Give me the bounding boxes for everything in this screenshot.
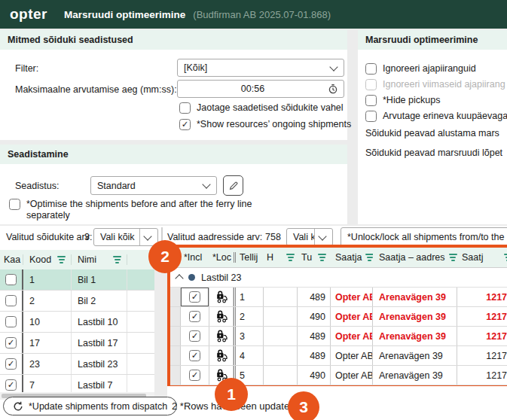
table-row[interactable]: 4 489 Opter AB Arenavägen 39 12177 xyxy=(170,346,507,366)
column-header-tu[interactable]: Tu xyxy=(298,252,331,263)
cell-zip: 12177 xyxy=(457,366,507,385)
cell-tu: 490 xyxy=(298,307,331,326)
multi-vehicle-panel-title: Mitmed sõiduki seadistused xyxy=(0,30,347,50)
cell-address: Arenavägen 39 xyxy=(373,366,457,385)
cell-tu: 489 xyxy=(298,346,331,365)
window-title: Marsruudi optimeerimine xyxy=(64,9,185,20)
group-row[interactable]: Lastbil 23 xyxy=(170,268,507,288)
filter-icon[interactable] xyxy=(504,254,507,261)
edit-preset-button[interactable] xyxy=(223,175,243,196)
ignore-time-limits-checkbox[interactable]: Ignoreeri ajapiiranguid xyxy=(365,63,476,75)
cell-zip: 12177 xyxy=(457,307,507,326)
filter-dropdown[interactable]: [Kõik] xyxy=(177,59,344,77)
update-shipments-label: *Update shipments from dispatch xyxy=(29,401,167,412)
checkbox-unchecked xyxy=(365,95,377,106)
different-date-checkbox[interactable]: Arvutage erineva kuupäevaga xyxy=(365,111,507,122)
column-header-loc[interactable]: *Loc xyxy=(209,252,234,263)
column-header-incl[interactable]: *Incl xyxy=(181,252,209,263)
collapse-icon[interactable] xyxy=(175,274,183,282)
update-shipments-button[interactable]: *Update shipments from dispatch xyxy=(3,397,177,415)
row-checkbox[interactable] xyxy=(5,274,17,285)
checkbox-unchecked xyxy=(365,111,377,122)
column-header-saatja2[interactable]: Saatj xyxy=(457,252,507,263)
column-header-kaasa[interactable]: Kaa xyxy=(0,254,23,265)
split-shipments-checkbox[interactable]: Jaotage saadetised sõidukite vahel xyxy=(179,102,344,114)
include-checkbox[interactable] xyxy=(189,350,200,361)
table-row[interactable]: 1 Bil 1 xyxy=(0,269,154,291)
checkbox-disabled xyxy=(365,79,377,90)
column-header-nimi-label: Nimi xyxy=(78,254,96,265)
table-row[interactable]: 23 Lastbil 23 xyxy=(0,354,154,375)
table-row[interactable]: 3 489 Opter AB Arenavägen 39 12177 xyxy=(170,327,507,346)
column-header-tellija-label: Tellij xyxy=(240,252,258,263)
column-header-nimi[interactable]: Nimi xyxy=(72,254,127,265)
filter-icon[interactable] xyxy=(365,254,373,261)
vehicles-end-label: Sõidukid peavad marsruudi lõpet xyxy=(365,148,502,158)
include-checkbox[interactable] xyxy=(189,370,200,381)
table-row[interactable]: 2 Bil 2 xyxy=(0,291,154,312)
checkbox-unchecked xyxy=(9,199,20,210)
row-checkbox[interactable] xyxy=(5,316,17,327)
cell-sender: Opter AB xyxy=(331,307,373,326)
table-row[interactable]: 2 490 Opter AB Arenavägen 39 12177 xyxy=(170,307,507,327)
filter-icon[interactable] xyxy=(449,254,457,261)
cell-nimi: Lastbil 23 xyxy=(72,354,127,374)
max-time-input[interactable]: 00:56 xyxy=(177,80,344,98)
optimise-ferry-label: *Optimise the shipments before and after… xyxy=(26,199,290,221)
column-header-kood[interactable]: Kood xyxy=(23,254,72,265)
row-checkbox[interactable] xyxy=(5,379,17,391)
optimise-ferry-checkbox[interactable]: *Optimise the shipments before and after… xyxy=(9,199,290,221)
cell-kood: 1 xyxy=(23,269,72,290)
locked-shipment-icon xyxy=(215,291,228,303)
include-checkbox[interactable] xyxy=(189,311,200,322)
checkbox-checked xyxy=(179,119,191,130)
filter-icon[interactable] xyxy=(286,254,295,261)
checkbox-unchecked xyxy=(179,102,191,114)
annotation-marker-1: 1 xyxy=(215,378,248,411)
filter-icon[interactable] xyxy=(318,254,326,261)
cell-nimi: Lastbil 10 xyxy=(72,312,127,332)
cell-kood: 17 xyxy=(23,333,72,353)
include-checkbox[interactable] xyxy=(189,291,200,303)
vehicles-count-label: Valitud sõidukite arv: xyxy=(6,232,92,242)
table-row[interactable]: 17 Lastbil 17 xyxy=(0,333,154,354)
cell-kood: 2 xyxy=(23,291,72,311)
column-header-saatja2-label: Saatj xyxy=(462,252,484,263)
column-header-saatja-aadres[interactable]: Saatja – aadres xyxy=(373,252,457,263)
cell-order: 4 xyxy=(234,346,264,365)
pencil-icon xyxy=(228,181,239,191)
cell-h xyxy=(264,346,298,365)
row-checkbox[interactable] xyxy=(5,295,17,306)
cell-kood: 10 xyxy=(23,312,72,332)
preset-dropdown[interactable]: Standard xyxy=(90,176,217,195)
column-header-kood-label: Kood xyxy=(29,254,51,265)
column-header-loc-label: *Loc xyxy=(212,252,231,263)
chevron-down-icon xyxy=(202,180,210,188)
filter-icon[interactable] xyxy=(57,256,66,263)
filter-icon[interactable] xyxy=(113,256,121,263)
addresses-count-label: Valitud aadresside arv: xyxy=(167,232,262,242)
column-header-tellija[interactable]: Tellij xyxy=(234,252,264,263)
preset-dropdown-value: Standard xyxy=(91,181,199,191)
table-row[interactable]: 1 489 Opter AB Arenavägen 39 12177 xyxy=(170,288,507,307)
row-checkbox[interactable] xyxy=(5,337,17,348)
vehicles-select-all-dropdown[interactable]: Vali kõik xyxy=(93,228,158,246)
dropdown-divider xyxy=(314,229,315,245)
include-checkbox[interactable] xyxy=(189,330,200,342)
table-row[interactable]: 10 Lastbil 10 xyxy=(0,312,154,333)
route-optimization-panel: Marsruudi optimeerimine Ignoreeri ajapii… xyxy=(358,30,507,224)
ignore-last-time-limits-label: Ignoreeri viimaseid ajapiirang xyxy=(383,79,505,90)
cell-order: 3 xyxy=(234,327,264,345)
clock-icon xyxy=(328,84,338,94)
column-header-saatja[interactable]: Saatja xyxy=(331,252,373,263)
row-checkbox[interactable] xyxy=(5,358,17,370)
route-optimization-panel-title: Marsruudi optimeerimine xyxy=(358,30,507,50)
cell-sender: Opter AB xyxy=(331,366,373,385)
max-time-label: Maksimaalne arvutamise aeg (mm:ss): xyxy=(15,84,177,95)
column-header-h[interactable]: H xyxy=(264,252,298,263)
hide-pickups-checkbox[interactable]: *Hide pickups xyxy=(365,95,440,106)
vehicles-table-header: Kaa Kood Nimi xyxy=(0,250,154,269)
cell-h xyxy=(264,327,298,345)
addresses-select-all-dropdown[interactable]: Vali kõik xyxy=(286,228,333,246)
show-ongoing-checkbox[interactable]: *Show resources’ ongoing shipments xyxy=(179,119,351,130)
